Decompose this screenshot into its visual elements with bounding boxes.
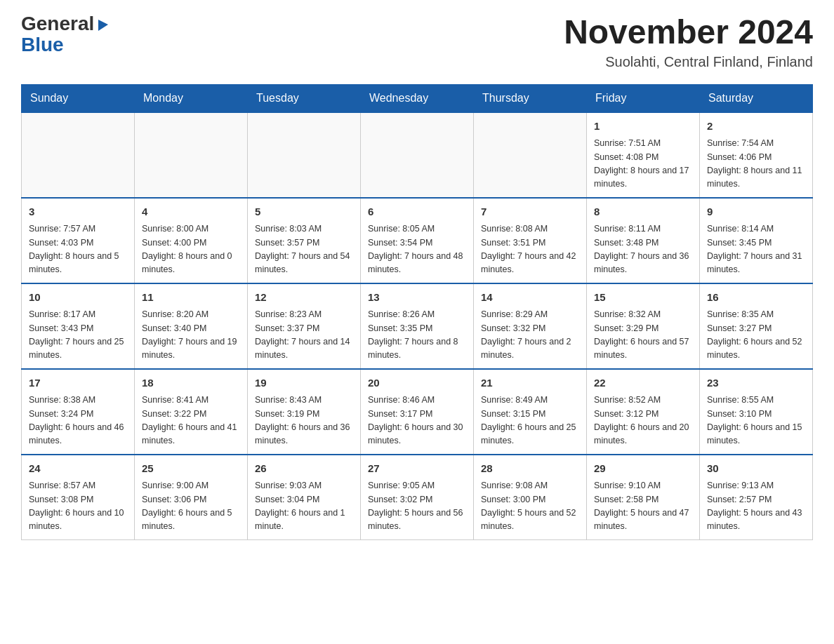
calendar-cell-4-1: 25Sunrise: 9:00 AM Sunset: 3:06 PM Dayli… bbox=[135, 455, 248, 540]
day-info: Sunrise: 8:14 AM Sunset: 3:45 PM Dayligh… bbox=[707, 222, 805, 277]
day-info: Sunrise: 8:20 AM Sunset: 3:40 PM Dayligh… bbox=[142, 308, 240, 363]
calendar-cell-0-0 bbox=[22, 112, 135, 198]
day-info: Sunrise: 9:03 AM Sunset: 3:04 PM Dayligh… bbox=[255, 479, 353, 534]
day-number: 4 bbox=[142, 204, 240, 220]
day-number: 2 bbox=[707, 119, 805, 135]
day-number: 9 bbox=[707, 204, 805, 220]
logo-blue: Blue bbox=[21, 34, 64, 56]
day-info: Sunrise: 9:08 AM Sunset: 3:00 PM Dayligh… bbox=[481, 479, 579, 534]
calendar-cell-1-3: 6Sunrise: 8:05 AM Sunset: 3:54 PM Daylig… bbox=[361, 198, 474, 283]
col-wednesday: Wednesday bbox=[361, 84, 474, 112]
day-number: 20 bbox=[368, 375, 466, 391]
calendar-cell-0-2 bbox=[248, 112, 361, 198]
day-number: 3 bbox=[29, 204, 127, 220]
day-info: Sunrise: 8:23 AM Sunset: 3:37 PM Dayligh… bbox=[255, 308, 353, 363]
logo: General Blue bbox=[21, 14, 111, 56]
week-row-1: 1Sunrise: 7:51 AM Sunset: 4:08 PM Daylig… bbox=[22, 112, 813, 198]
day-number: 30 bbox=[707, 461, 805, 477]
day-number: 14 bbox=[481, 290, 579, 306]
day-info: Sunrise: 8:32 AM Sunset: 3:29 PM Dayligh… bbox=[594, 308, 692, 363]
day-number: 12 bbox=[255, 290, 353, 306]
calendar-cell-3-1: 18Sunrise: 8:41 AM Sunset: 3:22 PM Dayli… bbox=[135, 369, 248, 455]
calendar-cell-2-1: 11Sunrise: 8:20 AM Sunset: 3:40 PM Dayli… bbox=[135, 283, 248, 369]
day-info: Sunrise: 9:10 AM Sunset: 2:58 PM Dayligh… bbox=[594, 479, 692, 534]
calendar-cell-2-2: 12Sunrise: 8:23 AM Sunset: 3:37 PM Dayli… bbox=[248, 283, 361, 369]
title-section: November 2024 Suolahti, Central Finland,… bbox=[564, 14, 813, 70]
col-saturday: Saturday bbox=[700, 84, 813, 112]
calendar-cell-0-1 bbox=[135, 112, 248, 198]
day-number: 6 bbox=[368, 204, 466, 220]
calendar-cell-4-6: 30Sunrise: 9:13 AM Sunset: 2:57 PM Dayli… bbox=[700, 455, 813, 540]
day-number: 18 bbox=[142, 375, 240, 391]
day-info: Sunrise: 8:35 AM Sunset: 3:27 PM Dayligh… bbox=[707, 308, 805, 363]
day-info: Sunrise: 9:00 AM Sunset: 3:06 PM Dayligh… bbox=[142, 479, 240, 534]
day-info: Sunrise: 8:52 AM Sunset: 3:12 PM Dayligh… bbox=[594, 394, 692, 448]
calendar-cell-2-6: 16Sunrise: 8:35 AM Sunset: 3:27 PM Dayli… bbox=[700, 283, 813, 369]
day-number: 25 bbox=[142, 461, 240, 477]
svg-marker-0 bbox=[98, 20, 108, 31]
week-row-4: 17Sunrise: 8:38 AM Sunset: 3:24 PM Dayli… bbox=[22, 369, 813, 455]
day-number: 27 bbox=[368, 461, 466, 477]
calendar-cell-3-3: 20Sunrise: 8:46 AM Sunset: 3:17 PM Dayli… bbox=[361, 369, 474, 455]
col-sunday: Sunday bbox=[22, 84, 135, 112]
day-info: Sunrise: 8:38 AM Sunset: 3:24 PM Dayligh… bbox=[29, 394, 127, 448]
calendar-cell-1-4: 7Sunrise: 8:08 AM Sunset: 3:51 PM Daylig… bbox=[474, 198, 587, 283]
col-thursday: Thursday bbox=[474, 84, 587, 112]
day-info: Sunrise: 8:17 AM Sunset: 3:43 PM Dayligh… bbox=[29, 308, 127, 363]
day-info: Sunrise: 8:57 AM Sunset: 3:08 PM Dayligh… bbox=[29, 479, 127, 534]
day-info: Sunrise: 7:51 AM Sunset: 4:08 PM Dayligh… bbox=[594, 137, 692, 192]
month-year: November 2024 bbox=[564, 14, 813, 51]
calendar-table: Sunday Monday Tuesday Wednesday Thursday… bbox=[21, 84, 813, 540]
logo-triangle-icon bbox=[95, 17, 111, 32]
day-info: Sunrise: 7:57 AM Sunset: 4:03 PM Dayligh… bbox=[29, 222, 127, 277]
day-info: Sunrise: 8:03 AM Sunset: 3:57 PM Dayligh… bbox=[255, 222, 353, 277]
location: Suolahti, Central Finland, Finland bbox=[564, 54, 813, 70]
day-info: Sunrise: 8:41 AM Sunset: 3:22 PM Dayligh… bbox=[142, 394, 240, 448]
calendar-cell-3-6: 23Sunrise: 8:55 AM Sunset: 3:10 PM Dayli… bbox=[700, 369, 813, 455]
calendar-cell-2-3: 13Sunrise: 8:26 AM Sunset: 3:35 PM Dayli… bbox=[361, 283, 474, 369]
calendar-cell-4-4: 28Sunrise: 9:08 AM Sunset: 3:00 PM Dayli… bbox=[474, 455, 587, 540]
day-number: 8 bbox=[594, 204, 692, 220]
calendar-cell-3-4: 21Sunrise: 8:49 AM Sunset: 3:15 PM Dayli… bbox=[474, 369, 587, 455]
calendar-cell-1-0: 3Sunrise: 7:57 AM Sunset: 4:03 PM Daylig… bbox=[22, 198, 135, 283]
day-info: Sunrise: 8:00 AM Sunset: 4:00 PM Dayligh… bbox=[142, 222, 240, 277]
calendar-header-row: Sunday Monday Tuesday Wednesday Thursday… bbox=[22, 84, 813, 112]
logo-general: General bbox=[21, 14, 94, 34]
day-info: Sunrise: 8:55 AM Sunset: 3:10 PM Dayligh… bbox=[707, 394, 805, 448]
day-number: 29 bbox=[594, 461, 692, 477]
calendar-cell-3-2: 19Sunrise: 8:43 AM Sunset: 3:19 PM Dayli… bbox=[248, 369, 361, 455]
week-row-3: 10Sunrise: 8:17 AM Sunset: 3:43 PM Dayli… bbox=[22, 283, 813, 369]
day-number: 7 bbox=[481, 204, 579, 220]
week-row-5: 24Sunrise: 8:57 AM Sunset: 3:08 PM Dayli… bbox=[22, 455, 813, 540]
col-monday: Monday bbox=[135, 84, 248, 112]
calendar-cell-2-4: 14Sunrise: 8:29 AM Sunset: 3:32 PM Dayli… bbox=[474, 283, 587, 369]
day-info: Sunrise: 8:08 AM Sunset: 3:51 PM Dayligh… bbox=[481, 222, 579, 277]
calendar-cell-1-2: 5Sunrise: 8:03 AM Sunset: 3:57 PM Daylig… bbox=[248, 198, 361, 283]
day-number: 19 bbox=[255, 375, 353, 391]
day-info: Sunrise: 8:26 AM Sunset: 3:35 PM Dayligh… bbox=[368, 308, 466, 363]
day-number: 17 bbox=[29, 375, 127, 391]
day-info: Sunrise: 8:46 AM Sunset: 3:17 PM Dayligh… bbox=[368, 394, 466, 448]
calendar-cell-0-4 bbox=[474, 112, 587, 198]
day-number: 21 bbox=[481, 375, 579, 391]
calendar-cell-0-6: 2Sunrise: 7:54 AM Sunset: 4:06 PM Daylig… bbox=[700, 112, 813, 198]
calendar-cell-1-5: 8Sunrise: 8:11 AM Sunset: 3:48 PM Daylig… bbox=[587, 198, 700, 283]
week-row-2: 3Sunrise: 7:57 AM Sunset: 4:03 PM Daylig… bbox=[22, 198, 813, 283]
col-tuesday: Tuesday bbox=[248, 84, 361, 112]
day-number: 22 bbox=[594, 375, 692, 391]
day-info: Sunrise: 8:29 AM Sunset: 3:32 PM Dayligh… bbox=[481, 308, 579, 363]
day-number: 10 bbox=[29, 290, 127, 306]
day-info: Sunrise: 9:13 AM Sunset: 2:57 PM Dayligh… bbox=[707, 479, 805, 534]
day-info: Sunrise: 8:05 AM Sunset: 3:54 PM Dayligh… bbox=[368, 222, 466, 277]
day-info: Sunrise: 8:11 AM Sunset: 3:48 PM Dayligh… bbox=[594, 222, 692, 277]
day-number: 1 bbox=[594, 119, 692, 135]
day-number: 5 bbox=[255, 204, 353, 220]
calendar-cell-2-0: 10Sunrise: 8:17 AM Sunset: 3:43 PM Dayli… bbox=[22, 283, 135, 369]
day-info: Sunrise: 7:54 AM Sunset: 4:06 PM Dayligh… bbox=[707, 137, 805, 192]
day-number: 24 bbox=[29, 461, 127, 477]
col-friday: Friday bbox=[587, 84, 700, 112]
day-number: 28 bbox=[481, 461, 579, 477]
day-number: 15 bbox=[594, 290, 692, 306]
page-header: General Blue November 2024 Suolahti, Cen… bbox=[21, 14, 813, 70]
day-number: 11 bbox=[142, 290, 240, 306]
